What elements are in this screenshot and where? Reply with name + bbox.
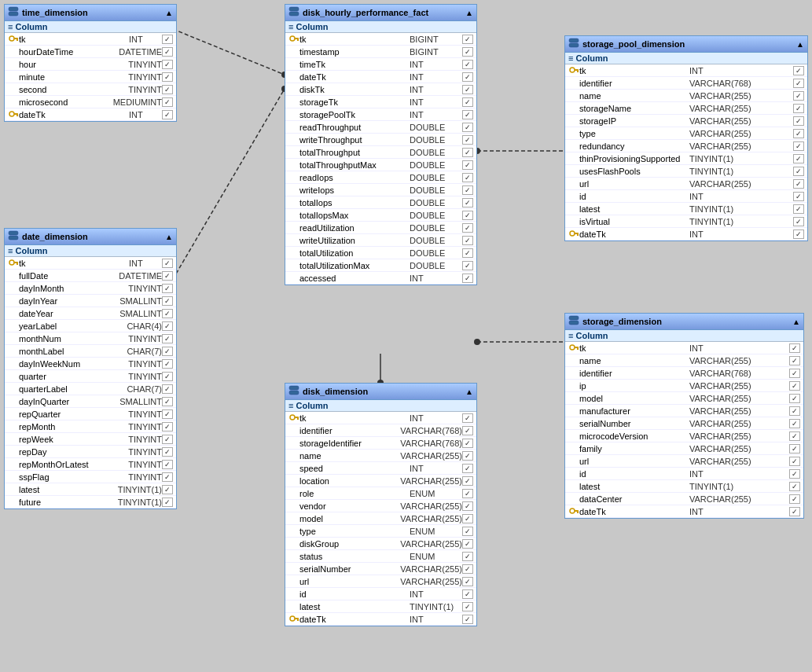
column-checkbox[interactable] <box>162 435 173 444</box>
table-row[interactable]: statusENUM <box>285 550 476 563</box>
column-checkbox[interactable] <box>793 217 804 226</box>
column-checkbox[interactable] <box>793 179 804 189</box>
table-row[interactable]: urlVARCHAR(255) <box>565 178 807 190</box>
column-checkbox[interactable] <box>162 259 173 268</box>
column-checkbox[interactable] <box>462 85 473 94</box>
table-header-storage_dimension[interactable]: storage_dimension▲ <box>565 314 803 330</box>
column-checkbox[interactable] <box>462 123 473 132</box>
table-row[interactable]: roleENUM <box>285 487 476 500</box>
column-checkbox[interactable] <box>793 230 804 239</box>
column-checkbox[interactable] <box>462 451 473 461</box>
column-checkbox[interactable] <box>793 104 804 113</box>
table-row[interactable]: redundancyVARCHAR(255) <box>565 140 807 152</box>
table-row[interactable]: hourTINYINT <box>5 58 176 71</box>
table-row[interactable]: timestampBIGINT <box>285 46 476 58</box>
column-checkbox[interactable] <box>162 110 173 119</box>
column-checkbox[interactable] <box>462 564 473 574</box>
column-checkbox[interactable] <box>793 192 804 201</box>
column-checkbox[interactable] <box>793 91 804 101</box>
table-header-storage_pool_dimension[interactable]: storage_pool_dimension▲ <box>565 36 807 53</box>
table-row[interactable]: storageTkINT <box>285 96 476 108</box>
column-checkbox[interactable] <box>462 248 473 258</box>
table-row[interactable]: dayInYearSMALLINT <box>5 295 176 307</box>
column-checkbox[interactable] <box>462 426 473 435</box>
table-row[interactable]: dateTkINT <box>285 71 476 83</box>
table-row[interactable]: storagePoolTkINT <box>285 108 476 121</box>
column-checkbox[interactable] <box>462 261 473 270</box>
column-checkbox[interactable] <box>162 422 173 431</box>
column-checkbox[interactable] <box>462 514 473 523</box>
column-checkbox[interactable] <box>162 309 173 318</box>
table-row[interactable]: ipVARCHAR(255) <box>565 380 803 392</box>
table-row[interactable]: diskTkINT <box>285 83 476 96</box>
table-row[interactable]: readUtilizationDOUBLE <box>285 222 476 234</box>
column-checkbox[interactable] <box>162 334 173 343</box>
column-checkbox[interactable] <box>462 602 473 611</box>
table-row[interactable]: manufacturerVARCHAR(255) <box>565 405 803 417</box>
table-row[interactable]: totalIopsDOUBLE <box>285 196 476 209</box>
table-row[interactable]: serialNumberVARCHAR(255) <box>565 417 803 430</box>
table-row[interactable]: identifierVARCHAR(768) <box>565 77 807 90</box>
column-checkbox[interactable] <box>793 116 804 126</box>
column-checkbox[interactable] <box>162 460 173 469</box>
column-checkbox[interactable] <box>789 356 800 365</box>
table-header-date_dimension[interactable]: date_dimension▲ <box>5 229 176 245</box>
column-checkbox[interactable] <box>462 413 473 423</box>
table-row[interactable]: nameVARCHAR(255) <box>565 90 807 102</box>
table-row[interactable]: timeTkINT <box>285 58 476 71</box>
table-row[interactable]: dayInMonthTINYINT <box>5 282 176 295</box>
column-checkbox[interactable] <box>162 60 173 69</box>
table-row[interactable]: modelVARCHAR(255) <box>565 392 803 405</box>
column-checkbox[interactable] <box>462 135 473 145</box>
column-checkbox[interactable] <box>789 507 800 516</box>
collapse-arrow[interactable]: ▲ <box>465 9 473 17</box>
table-row[interactable]: dayInWeekNumTINYINT <box>5 358 176 370</box>
column-checkbox[interactable] <box>462 60 473 69</box>
column-checkbox[interactable] <box>162 347 173 356</box>
column-checkbox[interactable] <box>162 472 173 482</box>
column-checkbox[interactable] <box>793 79 804 88</box>
table-row[interactable]: dateTkINT <box>565 228 807 241</box>
table-header-disk_dimension[interactable]: disk_dimension▲ <box>285 384 476 400</box>
column-checkbox[interactable] <box>162 47 173 57</box>
column-checkbox[interactable] <box>462 577 473 586</box>
column-checkbox[interactable] <box>462 464 473 473</box>
table-row[interactable]: repMonthTINYINT <box>5 420 176 433</box>
table-row[interactable]: modelVARCHAR(255) <box>285 512 476 525</box>
table-row[interactable]: writeUtilizationDOUBLE <box>285 234 476 247</box>
column-checkbox[interactable] <box>462 198 473 207</box>
table-row[interactable]: repWeekTINYINT <box>5 433 176 446</box>
table-header-time_dimension[interactable]: time_dimension▲ <box>5 5 176 21</box>
table-row[interactable]: readIopsDOUBLE <box>285 171 476 184</box>
column-checkbox[interactable] <box>793 141 804 151</box>
column-checkbox[interactable] <box>789 431 800 441</box>
column-checkbox[interactable] <box>462 211 473 220</box>
table-header-disk_hourly_performance_fact[interactable]: disk_hourly_performance_fact▲ <box>285 5 476 21</box>
table-row[interactable]: fullDateDATETIME <box>5 270 176 282</box>
column-checkbox[interactable] <box>462 72 473 82</box>
column-checkbox[interactable] <box>462 539 473 549</box>
table-row[interactable]: identifierVARCHAR(768) <box>565 367 803 380</box>
column-checkbox[interactable] <box>162 409 173 419</box>
table-row[interactable]: nameVARCHAR(255) <box>285 450 476 462</box>
column-checkbox[interactable] <box>793 66 804 75</box>
column-checkbox[interactable] <box>162 296 173 306</box>
table-row[interactable]: storageNameVARCHAR(255) <box>565 102 807 115</box>
column-checkbox[interactable] <box>789 394 800 403</box>
column-checkbox[interactable] <box>462 97 473 107</box>
column-checkbox[interactable] <box>462 274 473 283</box>
column-checkbox[interactable] <box>462 223 473 233</box>
column-checkbox[interactable] <box>162 359 173 369</box>
column-checkbox[interactable] <box>789 406 800 416</box>
column-checkbox[interactable] <box>462 615 473 624</box>
table-row[interactable]: yearLabelCHAR(4) <box>5 320 176 332</box>
column-checkbox[interactable] <box>789 381 800 391</box>
table-row[interactable]: identifierVARCHAR(768) <box>285 424 476 437</box>
collapse-arrow[interactable]: ▲ <box>165 233 173 241</box>
table-row[interactable]: vendorVARCHAR(255) <box>285 500 476 512</box>
column-checkbox[interactable] <box>789 444 800 454</box>
column-checkbox[interactable] <box>793 167 804 176</box>
table-row[interactable]: dayInQuarterSMALLINT <box>5 395 176 408</box>
table-row[interactable]: hourDateTimeDATETIME <box>5 46 176 58</box>
table-row[interactable]: totalThroughputMaxDOUBLE <box>285 159 476 171</box>
